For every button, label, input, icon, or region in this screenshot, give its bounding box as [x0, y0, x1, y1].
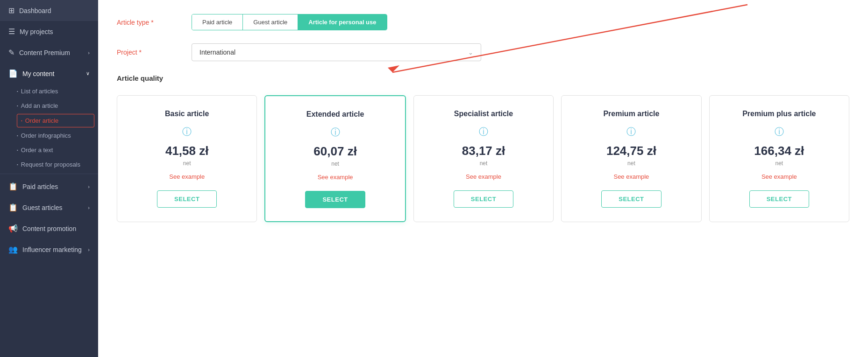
- sidebar-sub-item-label: List of articles: [21, 88, 58, 95]
- chevron-right-icon: ›: [88, 184, 90, 189]
- sidebar-sub-item-label: Order a text: [21, 147, 53, 154]
- sidebar-item-label: Influencer marketing: [22, 246, 82, 253]
- help-icon-premium[interactable]: ⓘ: [626, 126, 636, 138]
- card-price-specialist: 83,17 zł: [462, 144, 505, 158]
- my-content-icon: 📄: [8, 69, 18, 78]
- sidebar-item-request-proposals[interactable]: • Request for proposals: [17, 157, 98, 172]
- article-for-personal-use-button[interactable]: Article for personal use: [298, 14, 386, 30]
- sidebar-item-order-article[interactable]: • Order article: [17, 114, 94, 127]
- quality-card-premium: Premium article ⓘ 124,75 zł net See exam…: [561, 95, 701, 222]
- quality-card-premium-plus: Premium plus article ⓘ 166,34 zł net See…: [709, 95, 849, 222]
- my-content-submenu: • List of articles • Add an article • Or…: [0, 84, 98, 172]
- card-title-basic: Basic article: [165, 110, 209, 118]
- sidebar-item-influencer-marketing[interactable]: 👥 Influencer marketing ›: [0, 239, 98, 260]
- bullet-icon: •: [17, 133, 18, 138]
- card-price-extended: 60,07 zł: [313, 144, 357, 159]
- select-button-premium[interactable]: SELECT: [601, 190, 661, 208]
- paid-articles-icon: 📋: [8, 182, 18, 191]
- card-net-basic: net: [183, 160, 191, 167]
- see-example-link-extended[interactable]: See example: [318, 174, 353, 181]
- card-net-premium: net: [627, 160, 635, 167]
- sidebar-item-guest-articles[interactable]: 📋 Guest articles ›: [0, 197, 98, 218]
- sidebar-item-content-promotion[interactable]: 📢 Content promotion: [0, 218, 98, 239]
- paid-article-button[interactable]: Paid article: [192, 14, 243, 30]
- quality-card-specialist: Specialist article ⓘ 83,17 zł net See ex…: [413, 95, 554, 222]
- sidebar-item-label: My content: [22, 70, 54, 77]
- sidebar-item-list-of-articles[interactable]: • List of articles: [17, 84, 98, 98]
- bullet-icon: •: [17, 148, 18, 152]
- sidebar-item-order-infographics[interactable]: • Order infographics: [17, 128, 98, 143]
- card-net-premium-plus: net: [775, 160, 783, 167]
- chevron-right-icon: ›: [88, 50, 90, 56]
- influencer-marketing-icon: 👥: [8, 245, 18, 254]
- project-value: International: [199, 49, 235, 56]
- card-title-premium-plus: Premium plus article: [742, 110, 816, 118]
- sidebar-item-order-text[interactable]: • Order a text: [17, 143, 98, 157]
- help-icon-premium-plus[interactable]: ⓘ: [775, 126, 784, 138]
- article-type-row: Article type * Paid article Guest articl…: [117, 14, 849, 30]
- help-icon-specialist[interactable]: ⓘ: [479, 126, 488, 138]
- help-icon-extended[interactable]: ⓘ: [331, 126, 340, 139]
- quality-card-basic: Basic article ⓘ 41,58 zł net See example…: [117, 95, 257, 222]
- sidebar-item-my-content[interactable]: 📄 My content ∨: [0, 63, 98, 84]
- card-title-extended: Extended article: [306, 110, 364, 119]
- projects-icon: ☰: [8, 27, 15, 36]
- chevron-right-icon: ›: [88, 205, 90, 210]
- sidebar-item-content-premium[interactable]: ✎ Content Premium ›: [0, 42, 98, 63]
- article-quality-title: Article quality: [117, 74, 849, 82]
- main-content: Article type * Paid article Guest articl…: [98, 0, 868, 357]
- guest-articles-icon: 📋: [8, 203, 18, 212]
- bullet-icon: •: [17, 89, 18, 93]
- quality-card-extended: Extended article ⓘ 60,07 zł net See exam…: [264, 95, 406, 222]
- chevron-down-icon: ∨: [86, 70, 90, 77]
- svg-marker-1: [388, 65, 399, 72]
- article-quality-section: Article quality Basic article ⓘ 41,58 zł…: [117, 74, 849, 222]
- sidebar-sub-item-label: Order infographics: [21, 132, 71, 139]
- sidebar-item-label: Dashboard: [19, 7, 51, 14]
- select-button-premium-plus[interactable]: SELECT: [749, 190, 809, 208]
- sidebar-item-label: Paid articles: [22, 183, 58, 190]
- select-button-extended[interactable]: SELECT: [305, 191, 365, 208]
- project-label: Project *: [117, 49, 192, 56]
- sidebar-item-add-article[interactable]: • Add an article: [17, 98, 98, 113]
- card-price-premium-plus: 166,34 zł: [754, 144, 804, 158]
- see-example-link-specialist[interactable]: See example: [466, 173, 501, 180]
- project-row: Project * International ⌄: [117, 43, 849, 61]
- bullet-icon: •: [17, 104, 18, 108]
- sidebar-item-label: Guest articles: [22, 204, 63, 211]
- card-net-specialist: net: [480, 160, 488, 167]
- sidebar-item-dashboard[interactable]: ⊞ Dashboard: [0, 0, 98, 21]
- quality-cards-container: Basic article ⓘ 41,58 zł net See example…: [117, 95, 849, 222]
- chevron-down-icon: ⌄: [468, 49, 473, 56]
- content-premium-icon: ✎: [8, 48, 14, 57]
- see-example-link-premium[interactable]: See example: [613, 173, 649, 180]
- project-dropdown[interactable]: International ⌄: [192, 43, 481, 61]
- card-price-basic: 41,58 zł: [165, 144, 209, 158]
- sidebar-sub-item-label: Request for proposals: [21, 161, 80, 168]
- card-title-specialist: Specialist article: [454, 110, 513, 118]
- help-icon-basic[interactable]: ⓘ: [182, 126, 192, 138]
- sidebar-sub-item-label: Order article: [25, 117, 59, 124]
- card-price-premium: 124,75 zł: [606, 144, 656, 158]
- bullet-icon: •: [21, 119, 22, 123]
- select-button-specialist[interactable]: SELECT: [454, 190, 513, 208]
- see-example-link-basic[interactable]: See example: [169, 173, 205, 180]
- card-title-premium: Premium article: [603, 110, 659, 118]
- dashboard-icon: ⊞: [8, 6, 14, 15]
- chevron-right-icon: ›: [88, 247, 90, 252]
- sidebar-item-my-projects[interactable]: ☰ My projects: [0, 21, 98, 42]
- see-example-link-premium-plus[interactable]: See example: [761, 173, 797, 180]
- sidebar-item-label: My projects: [20, 28, 53, 35]
- sidebar-item-paid-articles[interactable]: 📋 Paid articles ›: [0, 176, 98, 197]
- guest-article-button[interactable]: Guest article: [243, 14, 298, 30]
- card-net-extended: net: [331, 161, 339, 167]
- bullet-icon: •: [17, 162, 18, 167]
- content-promotion-icon: 📢: [8, 224, 18, 233]
- sidebar: ⊞ Dashboard ☰ My projects ✎ Content Prem…: [0, 0, 98, 357]
- sidebar-item-label: Content promotion: [22, 225, 76, 232]
- sidebar-item-label: Content Premium: [19, 49, 70, 56]
- sidebar-sub-item-label: Add an article: [21, 102, 58, 109]
- article-type-group: Paid article Guest article Article for p…: [192, 14, 387, 30]
- article-type-label: Article type *: [117, 19, 192, 26]
- select-button-basic[interactable]: SELECT: [157, 190, 217, 208]
